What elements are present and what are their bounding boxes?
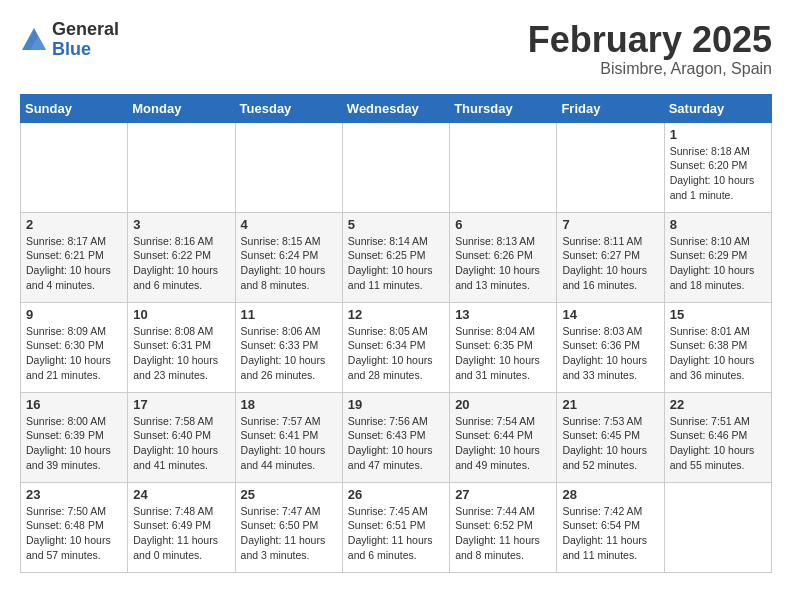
day-number: 25: [241, 487, 337, 502]
day-info: Sunrise: 7:48 AM Sunset: 6:49 PM Dayligh…: [133, 504, 229, 563]
day-info: Sunrise: 7:54 AM Sunset: 6:44 PM Dayligh…: [455, 414, 551, 473]
calendar-cell: 15Sunrise: 8:01 AM Sunset: 6:38 PM Dayli…: [664, 302, 771, 392]
day-number: 2: [26, 217, 122, 232]
day-info: Sunrise: 8:17 AM Sunset: 6:21 PM Dayligh…: [26, 234, 122, 293]
calendar-cell: 28Sunrise: 7:42 AM Sunset: 6:54 PM Dayli…: [557, 482, 664, 572]
calendar-cell: 8Sunrise: 8:10 AM Sunset: 6:29 PM Daylig…: [664, 212, 771, 302]
day-number: 21: [562, 397, 658, 412]
day-info: Sunrise: 8:10 AM Sunset: 6:29 PM Dayligh…: [670, 234, 766, 293]
calendar-cell: [664, 482, 771, 572]
day-number: 9: [26, 307, 122, 322]
day-info: Sunrise: 7:56 AM Sunset: 6:43 PM Dayligh…: [348, 414, 444, 473]
day-info: Sunrise: 8:05 AM Sunset: 6:34 PM Dayligh…: [348, 324, 444, 383]
calendar-cell: 13Sunrise: 8:04 AM Sunset: 6:35 PM Dayli…: [450, 302, 557, 392]
day-number: 17: [133, 397, 229, 412]
calendar-cell: [128, 122, 235, 212]
day-number: 20: [455, 397, 551, 412]
calendar-cell: 24Sunrise: 7:48 AM Sunset: 6:49 PM Dayli…: [128, 482, 235, 572]
logo-general-text: General: [52, 20, 119, 40]
logo-icon: [20, 26, 48, 54]
day-info: Sunrise: 8:08 AM Sunset: 6:31 PM Dayligh…: [133, 324, 229, 383]
day-info: Sunrise: 7:57 AM Sunset: 6:41 PM Dayligh…: [241, 414, 337, 473]
week-row-1: 1Sunrise: 8:18 AM Sunset: 6:20 PM Daylig…: [21, 122, 772, 212]
calendar-cell: 11Sunrise: 8:06 AM Sunset: 6:33 PM Dayli…: [235, 302, 342, 392]
calendar-cell: 9Sunrise: 8:09 AM Sunset: 6:30 PM Daylig…: [21, 302, 128, 392]
calendar-cell: [450, 122, 557, 212]
day-info: Sunrise: 8:14 AM Sunset: 6:25 PM Dayligh…: [348, 234, 444, 293]
day-info: Sunrise: 7:58 AM Sunset: 6:40 PM Dayligh…: [133, 414, 229, 473]
day-info: Sunrise: 8:13 AM Sunset: 6:26 PM Dayligh…: [455, 234, 551, 293]
weekday-header-row: SundayMondayTuesdayWednesdayThursdayFrid…: [21, 94, 772, 122]
day-info: Sunrise: 8:03 AM Sunset: 6:36 PM Dayligh…: [562, 324, 658, 383]
day-info: Sunrise: 8:11 AM Sunset: 6:27 PM Dayligh…: [562, 234, 658, 293]
day-number: 11: [241, 307, 337, 322]
logo-blue-text: Blue: [52, 40, 119, 60]
week-row-5: 23Sunrise: 7:50 AM Sunset: 6:48 PM Dayli…: [21, 482, 772, 572]
day-number: 22: [670, 397, 766, 412]
day-number: 16: [26, 397, 122, 412]
weekday-header-monday: Monday: [128, 94, 235, 122]
weekday-header-thursday: Thursday: [450, 94, 557, 122]
day-number: 26: [348, 487, 444, 502]
calendar-subtitle: Bisimbre, Aragon, Spain: [528, 60, 772, 78]
day-info: Sunrise: 7:50 AM Sunset: 6:48 PM Dayligh…: [26, 504, 122, 563]
day-number: 8: [670, 217, 766, 232]
weekday-header-saturday: Saturday: [664, 94, 771, 122]
calendar-cell: 26Sunrise: 7:45 AM Sunset: 6:51 PM Dayli…: [342, 482, 449, 572]
day-number: 15: [670, 307, 766, 322]
day-info: Sunrise: 8:00 AM Sunset: 6:39 PM Dayligh…: [26, 414, 122, 473]
day-info: Sunrise: 8:04 AM Sunset: 6:35 PM Dayligh…: [455, 324, 551, 383]
day-number: 14: [562, 307, 658, 322]
day-number: 19: [348, 397, 444, 412]
calendar-cell: 7Sunrise: 8:11 AM Sunset: 6:27 PM Daylig…: [557, 212, 664, 302]
day-info: Sunrise: 8:16 AM Sunset: 6:22 PM Dayligh…: [133, 234, 229, 293]
day-number: 4: [241, 217, 337, 232]
calendar-cell: 10Sunrise: 8:08 AM Sunset: 6:31 PM Dayli…: [128, 302, 235, 392]
calendar-cell: 27Sunrise: 7:44 AM Sunset: 6:52 PM Dayli…: [450, 482, 557, 572]
calendar-table: SundayMondayTuesdayWednesdayThursdayFrid…: [20, 94, 772, 573]
calendar-cell: 5Sunrise: 8:14 AM Sunset: 6:25 PM Daylig…: [342, 212, 449, 302]
calendar-cell: 2Sunrise: 8:17 AM Sunset: 6:21 PM Daylig…: [21, 212, 128, 302]
day-info: Sunrise: 7:47 AM Sunset: 6:50 PM Dayligh…: [241, 504, 337, 563]
calendar-cell: 6Sunrise: 8:13 AM Sunset: 6:26 PM Daylig…: [450, 212, 557, 302]
logo: General Blue: [20, 20, 119, 60]
week-row-3: 9Sunrise: 8:09 AM Sunset: 6:30 PM Daylig…: [21, 302, 772, 392]
day-number: 23: [26, 487, 122, 502]
calendar-cell: 23Sunrise: 7:50 AM Sunset: 6:48 PM Dayli…: [21, 482, 128, 572]
day-number: 12: [348, 307, 444, 322]
title-area: February 2025 Bisimbre, Aragon, Spain: [528, 20, 772, 78]
day-number: 10: [133, 307, 229, 322]
day-number: 5: [348, 217, 444, 232]
day-info: Sunrise: 8:15 AM Sunset: 6:24 PM Dayligh…: [241, 234, 337, 293]
calendar-cell: [557, 122, 664, 212]
day-info: Sunrise: 8:06 AM Sunset: 6:33 PM Dayligh…: [241, 324, 337, 383]
calendar-cell: 14Sunrise: 8:03 AM Sunset: 6:36 PM Dayli…: [557, 302, 664, 392]
calendar-cell: 20Sunrise: 7:54 AM Sunset: 6:44 PM Dayli…: [450, 392, 557, 482]
day-info: Sunrise: 8:01 AM Sunset: 6:38 PM Dayligh…: [670, 324, 766, 383]
calendar-cell: 1Sunrise: 8:18 AM Sunset: 6:20 PM Daylig…: [664, 122, 771, 212]
day-number: 6: [455, 217, 551, 232]
day-number: 28: [562, 487, 658, 502]
calendar-cell: 16Sunrise: 8:00 AM Sunset: 6:39 PM Dayli…: [21, 392, 128, 482]
calendar-cell: 3Sunrise: 8:16 AM Sunset: 6:22 PM Daylig…: [128, 212, 235, 302]
day-number: 7: [562, 217, 658, 232]
calendar-cell: 4Sunrise: 8:15 AM Sunset: 6:24 PM Daylig…: [235, 212, 342, 302]
calendar-cell: 12Sunrise: 8:05 AM Sunset: 6:34 PM Dayli…: [342, 302, 449, 392]
week-row-4: 16Sunrise: 8:00 AM Sunset: 6:39 PM Dayli…: [21, 392, 772, 482]
calendar-cell: 21Sunrise: 7:53 AM Sunset: 6:45 PM Dayli…: [557, 392, 664, 482]
day-number: 18: [241, 397, 337, 412]
calendar-cell: 22Sunrise: 7:51 AM Sunset: 6:46 PM Dayli…: [664, 392, 771, 482]
day-number: 27: [455, 487, 551, 502]
weekday-header-sunday: Sunday: [21, 94, 128, 122]
calendar-cell: 17Sunrise: 7:58 AM Sunset: 6:40 PM Dayli…: [128, 392, 235, 482]
day-number: 1: [670, 127, 766, 142]
calendar-cell: [235, 122, 342, 212]
day-info: Sunrise: 7:53 AM Sunset: 6:45 PM Dayligh…: [562, 414, 658, 473]
calendar-cell: 19Sunrise: 7:56 AM Sunset: 6:43 PM Dayli…: [342, 392, 449, 482]
day-info: Sunrise: 8:09 AM Sunset: 6:30 PM Dayligh…: [26, 324, 122, 383]
calendar-cell: 25Sunrise: 7:47 AM Sunset: 6:50 PM Dayli…: [235, 482, 342, 572]
calendar-title: February 2025: [528, 20, 772, 60]
day-number: 24: [133, 487, 229, 502]
day-info: Sunrise: 7:51 AM Sunset: 6:46 PM Dayligh…: [670, 414, 766, 473]
header: General Blue February 2025 Bisimbre, Ara…: [20, 20, 772, 78]
